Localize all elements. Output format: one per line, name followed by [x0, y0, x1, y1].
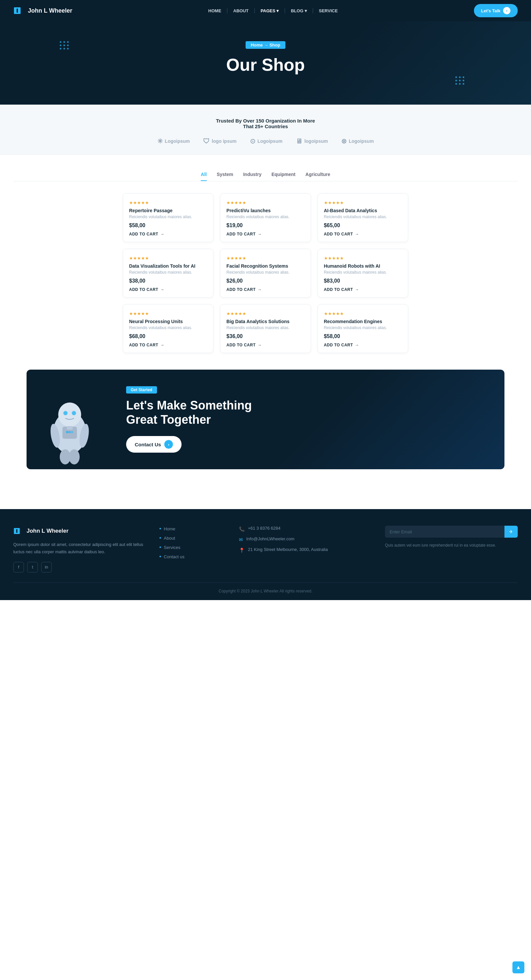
footer-socials: f t in [13, 562, 146, 573]
add-to-cart-4[interactable]: ADD TO CART → [226, 287, 262, 292]
copyright: Copyright © 2023 John L Wheeler All righ… [13, 589, 518, 593]
product-desc-3: Reiciendis volutaibus maiores alias. [129, 270, 207, 275]
footer-contact-col: 📞 +61 3 8376 6284 ✉ Info@JohnLWheeler.co… [239, 526, 372, 572]
svg-point-13 [71, 431, 73, 433]
product-price-5: $83,00 [324, 278, 402, 284]
add-to-cart-7[interactable]: ADD TO CART → [226, 343, 262, 347]
stars-3: ★★★★★ [129, 256, 207, 261]
add-to-cart-6[interactable]: ADD TO CART → [129, 343, 164, 347]
svg-point-7 [72, 411, 76, 415]
logo-2: 🛡 logo ipsum [203, 137, 237, 145]
hero-section: Home → Shop Our Shop [0, 21, 531, 105]
footer-bottom: Copyright © 2023 John L Wheeler All righ… [13, 582, 518, 593]
footer-phone: 📞 +61 3 8376 6284 [239, 526, 372, 532]
location-icon: 📍 [239, 547, 244, 553]
product-price-8: $58,00 [324, 333, 402, 339]
product-name-8: Recommendation Engines [324, 319, 402, 324]
product-price-6: $68,00 [129, 333, 207, 339]
logo-3: ⊙ Logoipsum [250, 137, 282, 145]
filter-all[interactable]: All [201, 172, 207, 181]
stars-7: ★★★★★ [226, 311, 304, 316]
nav-about[interactable]: ABOUT [231, 7, 251, 14]
svg-rect-2 [14, 7, 21, 9]
product-name-3: Data Visualization Tools for AI [129, 263, 207, 269]
footer-link-home-anchor[interactable]: Home [164, 527, 176, 531]
cart-arrow-5: → [355, 287, 360, 292]
product-desc-6: Reiciendis volutaibus maiores alias. [129, 325, 207, 330]
filter-agriculture[interactable]: Agriculture [305, 172, 330, 181]
email-submit-button[interactable]: ✈ [504, 526, 518, 538]
footer-email: ✉ Info@JohnLWheeler.com [239, 536, 372, 542]
stars-1: ★★★★★ [226, 200, 304, 205]
phone-icon: 📞 [239, 527, 244, 532]
email-input-wrapper: ✈ [385, 526, 518, 538]
cart-arrow-3: → [160, 287, 165, 292]
cart-arrow-1: → [258, 232, 262, 237]
logo-icon-3: ⊙ [250, 137, 255, 145]
filter-equipment[interactable]: Equipment [271, 172, 295, 181]
footer-link-home: Home [159, 526, 226, 532]
footer-newsletter-col: ✈ Quis autem vel eum iure reprehenderit … [385, 526, 518, 572]
cart-arrow-6: → [160, 343, 165, 347]
product-name-2: AI-Based Data Analytics [324, 208, 402, 213]
product-price-2: $65,00 [324, 223, 402, 229]
navbar: John L Wheeler HOME | ABOUT | PAGES ▾ | … [0, 0, 531, 21]
add-to-cart-8[interactable]: ADD TO CART → [324, 343, 359, 347]
cta-arrow-icon: › [503, 7, 510, 14]
newsletter-note: Quis autem vel eum iure reprehenderit ru… [385, 542, 518, 549]
facebook-button[interactable]: f [13, 562, 24, 573]
footer-link-about-anchor[interactable]: About [164, 536, 175, 541]
site-logo[interactable]: John L Wheeler [13, 5, 72, 17]
svg-rect-20 [14, 533, 20, 535]
breadcrumb: Home → Shop [246, 41, 286, 49]
svg-rect-3 [14, 13, 21, 14]
filter-tabs: All System Industry Equipment Agricultur… [13, 172, 518, 181]
footer-link-contact-anchor[interactable]: Contact us [164, 554, 184, 559]
footer-desc: Qorem ipsum dolor sit amet, consectetur … [13, 541, 146, 555]
email-icon: ✉ [239, 537, 243, 542]
twitter-button[interactable]: t [27, 562, 38, 573]
linkedin-button[interactable]: in [41, 562, 52, 573]
contact-us-button[interactable]: Contact Us › [126, 436, 182, 453]
product-name-6: Neural Processing Units [129, 319, 207, 324]
add-to-cart-1[interactable]: ADD TO CART → [226, 232, 262, 237]
lets-talk-button[interactable]: Let's Talk › [474, 4, 518, 17]
product-card-8: ★★★★★ Recommendation Engines Reiciendis … [318, 304, 408, 353]
product-card-5: ★★★★★ Humanoid Robots with AI Reiciendis… [318, 249, 408, 298]
stars-6: ★★★★★ [129, 311, 207, 316]
cart-arrow-8: → [355, 343, 360, 347]
product-card-3: ★★★★★ Data Visualization Tools for AI Re… [123, 249, 213, 298]
product-card-1: ★★★★★ PredictiVu launches Reiciendis vol… [220, 193, 311, 242]
footer-top: John L Wheeler Qorem ipsum dolor sit ame… [13, 526, 518, 572]
product-desc-8: Reiciendis volutaibus maiores alias. [324, 325, 402, 330]
svg-rect-14 [67, 426, 73, 430]
nav-pages[interactable]: PAGES ▾ [258, 7, 281, 14]
nav-service[interactable]: SERVICE [316, 7, 341, 14]
shop-section: All System Industry Equipment Agricultur… [0, 155, 531, 370]
logo-4: 🖥 logoipsum [296, 137, 328, 145]
robot-illustration [36, 396, 103, 469]
footer-link-services-anchor[interactable]: Services [164, 545, 181, 550]
add-to-cart-3[interactable]: ADD TO CART → [129, 287, 164, 292]
filter-system[interactable]: System [217, 172, 233, 181]
nav-home[interactable]: HOME [206, 7, 224, 14]
product-card-0: ★★★★★ Repertoire Passage Reiciendis volu… [123, 193, 213, 242]
stars-4: ★★★★★ [226, 256, 304, 261]
logo-icon-2: 🛡 [203, 137, 210, 145]
add-to-cart-0[interactable]: ADD TO CART → [129, 232, 164, 237]
add-to-cart-2[interactable]: ADD TO CART → [324, 232, 359, 237]
nav-separator-2: | [254, 8, 255, 14]
product-price-3: $38,00 [129, 278, 207, 284]
product-desc-4: Reiciendis volutaibus maiores alias. [226, 270, 304, 275]
footer-links-list: Home About Services Contact us [159, 526, 226, 560]
hero-dots-right [455, 76, 464, 85]
nav-blog[interactable]: BLOG ▾ [288, 7, 309, 14]
nav-links: HOME | ABOUT | PAGES ▾ | BLOG ▾ | SERVIC… [206, 7, 341, 14]
add-to-cart-5[interactable]: ADD TO CART → [324, 287, 359, 292]
footer: John L Wheeler Qorem ipsum dolor sit ame… [0, 509, 531, 600]
filter-industry[interactable]: Industry [243, 172, 262, 181]
product-price-0: $58,00 [129, 223, 207, 229]
cta-banner: Get Started Let's Make Something Great T… [27, 370, 504, 469]
email-input[interactable] [385, 526, 504, 538]
product-name-5: Humanoid Robots with AI [324, 263, 402, 269]
